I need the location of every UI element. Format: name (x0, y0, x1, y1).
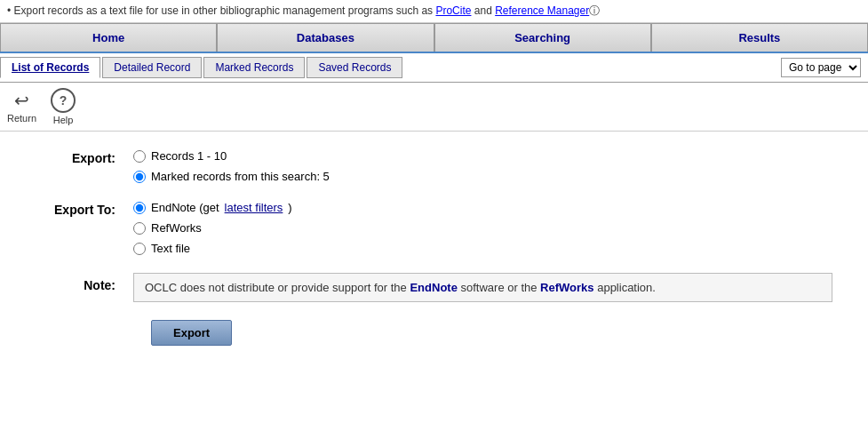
tab-bar: List of Records Detailed Record Marked R… (0, 53, 868, 83)
nav-searching[interactable]: Searching (434, 23, 651, 52)
nav-home[interactable]: Home (0, 23, 217, 52)
export-option-1-label: Records 1 - 10 (151, 149, 227, 163)
nav-results-link[interactable]: Results (738, 31, 780, 44)
tab-marked-records[interactable]: Marked Records (203, 57, 305, 78)
help-icon: ? (51, 88, 76, 113)
exportto-row: Export To: EndNote (get latest filters) … (36, 201, 832, 255)
latest-filters-link[interactable]: latest filters (225, 201, 283, 214)
nav-bar: Home Databases Searching Results (0, 23, 868, 53)
exportto-textfile-label: Text file (151, 242, 190, 255)
export-row: Export: Records 1 - 10 Marked records fr… (36, 149, 832, 183)
exportto-endnote-before: EndNote (get (151, 201, 219, 214)
return-icon: ↩ (14, 90, 29, 111)
nav-databases-link[interactable]: Databases (297, 31, 354, 44)
exportto-radio-refworks[interactable] (133, 222, 146, 235)
export-radio-2[interactable] (133, 171, 146, 183)
procite-link[interactable]: ProCite (435, 4, 471, 17)
tab-detailed-record[interactable]: Detailed Record (102, 57, 202, 78)
exportto-option-textfile[interactable]: Text file (133, 242, 292, 255)
note-label: Note: (36, 273, 133, 292)
tab-saved-records[interactable]: Saved Records (307, 57, 402, 78)
export-option-1[interactable]: Records 1 - 10 (133, 149, 330, 163)
nav-home-link[interactable]: Home (92, 31, 124, 44)
help-label: Help (53, 115, 74, 125)
exportto-label: Export To: (36, 201, 133, 217)
export-option-2[interactable]: Marked records from this search: 5 (133, 170, 330, 183)
note-row: Note: OCLC does not distribute or provid… (36, 273, 832, 302)
nav-results[interactable]: Results (651, 23, 868, 52)
top-banner: • Export records as a text file for use … (0, 0, 868, 23)
exportto-option-refworks[interactable]: RefWorks (133, 221, 292, 235)
refmanager-link[interactable]: Reference Manager (495, 4, 589, 17)
export-button[interactable]: Export (151, 320, 232, 346)
export-radio-1[interactable] (133, 150, 146, 163)
export-btn-row: Export (36, 320, 832, 346)
nav-databases[interactable]: Databases (217, 23, 434, 52)
exportto-options: EndNote (get latest filters) RefWorks Te… (133, 201, 292, 255)
export-option-2-label: Marked records from this search: 5 (151, 170, 330, 183)
note-text-after: application. (594, 281, 656, 294)
exportto-refworks-label: RefWorks (151, 221, 202, 235)
refworks-note-link[interactable]: RefWorks (540, 281, 593, 294)
banner-text: • Export records as a text file for use … (7, 4, 435, 17)
endnote-note-link[interactable]: EndNote (410, 281, 457, 294)
exportto-endnote-after: ) (288, 201, 291, 214)
note-text-before: OCLC does not distribute or provide supp… (145, 281, 410, 294)
export-label: Export: (36, 149, 133, 165)
note-box: OCLC does not distribute or provide supp… (133, 273, 832, 302)
toolbar: ↩ Return ? Help (0, 83, 868, 132)
note-text-middle: software or the (458, 281, 540, 294)
exportto-radio-textfile[interactable] (133, 243, 146, 255)
exportto-radio-endnote[interactable] (133, 202, 146, 214)
return-label: Return (7, 113, 36, 124)
tab-list-of-records[interactable]: List of Records (0, 57, 100, 78)
go-to-page-select[interactable]: Go to page (781, 58, 861, 77)
exportto-option-endnote[interactable]: EndNote (get latest filters) (133, 201, 292, 214)
export-options: Records 1 - 10 Marked records from this … (133, 149, 330, 183)
return-button[interactable]: ↩ Return (7, 90, 36, 124)
nav-searching-link[interactable]: Searching (514, 31, 570, 44)
main-content: Export: Records 1 - 10 Marked records fr… (0, 132, 868, 363)
help-button[interactable]: ? Help (51, 88, 76, 125)
